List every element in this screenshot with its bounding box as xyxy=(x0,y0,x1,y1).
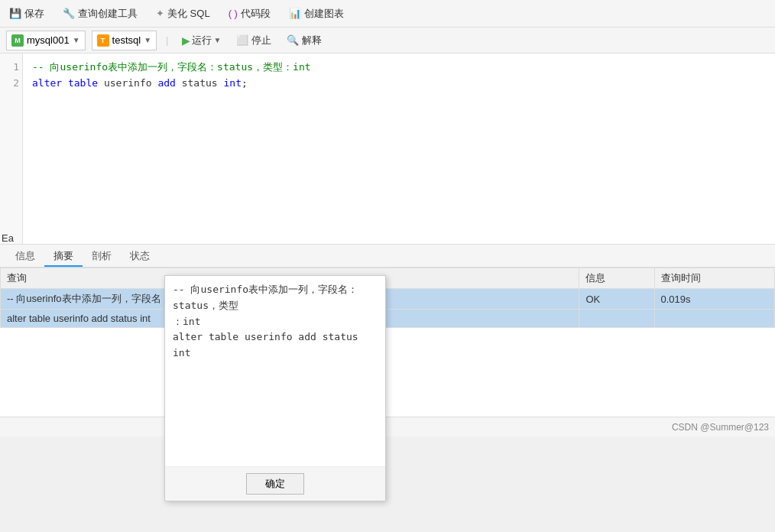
top-toolbar: 💾 保存 🔧 查询创建工具 ✦ 美化 SQL ( ) 代码段 📊 创建图表 xyxy=(0,0,775,28)
chart-label: 创建图表 xyxy=(304,7,344,21)
modal-line3: alter table userinfo add status int xyxy=(173,329,378,362)
tab-info[interactable]: 信息 xyxy=(6,245,44,267)
query-builder-label: 查询创建工具 xyxy=(78,7,138,21)
code-icon: ( ) xyxy=(229,8,238,19)
create-chart-button[interactable]: 📊 创建图表 xyxy=(286,5,347,22)
table-header-row: 查询 信息 查询时间 xyxy=(1,268,775,289)
modal-content[interactable]: -- 向userinfo表中添加一列，字段名：status，类型 ：int al… xyxy=(165,276,385,467)
stop-icon: ⬜ xyxy=(236,34,248,46)
col-info: 信息 xyxy=(579,268,654,289)
editor-area: 1 2 -- 向userinfo表中添加一列，字段名：status，类型：int… xyxy=(0,54,775,245)
run-label: 运行 xyxy=(192,34,212,47)
table-row[interactable]: alter table userinfo add status int xyxy=(1,310,775,328)
attribution-text: CSDN @Summer@123 xyxy=(672,422,769,433)
separator: | xyxy=(166,34,168,46)
modal-line1: -- 向userinfo表中添加一列，字段名：status，类型 xyxy=(173,282,378,314)
cell-time xyxy=(654,310,774,328)
stop-button[interactable]: ⬜ 停止 xyxy=(232,32,276,49)
modal-dialog[interactable]: -- 向userinfo表中添加一列，字段名：status，类型 ：int al… xyxy=(164,275,386,501)
stop-label: 停止 xyxy=(251,34,271,46)
modal-line2: ：int xyxy=(173,314,378,330)
chevron-down-icon: ▼ xyxy=(73,36,80,44)
second-toolbar: M mysql001 ▼ T testsql ▼ | ▶ 运行 ▼ ⬜ 停止 🔍… xyxy=(0,28,775,54)
col-time: 查询时间 xyxy=(654,268,774,289)
footer: CSDN @Summer@123 xyxy=(0,417,775,436)
table-select[interactable]: T testsql ▼ xyxy=(92,31,157,50)
beautify-sql-button[interactable]: ✦ 美化 SQL xyxy=(153,5,213,22)
run-dropdown-icon: ▼ xyxy=(213,36,221,44)
table-icon: T xyxy=(97,34,109,47)
tab-summary[interactable]: 摘要 xyxy=(44,245,83,267)
tab-profile[interactable]: 剖析 xyxy=(83,245,121,267)
result-tbody: -- 向userinfo表中添加一列，字段名：status，类型：intOK0.… xyxy=(1,289,775,328)
code-snippet-button[interactable]: ( ) 代码段 xyxy=(225,5,274,22)
result-tabs: 信息 摘要 剖析 状态 xyxy=(0,245,775,268)
table-row[interactable]: -- 向userinfo表中添加一列，字段名：status，类型：intOK0.… xyxy=(1,289,775,310)
db-icon: M xyxy=(11,34,24,47)
line-numbers: 1 2 xyxy=(0,54,23,244)
explain-label: 解释 xyxy=(302,34,322,46)
query-builder-button[interactable]: 🔧 查询创建工具 xyxy=(60,5,141,22)
tab-status[interactable]: 状态 xyxy=(121,245,159,267)
save-button[interactable]: 💾 保存 xyxy=(6,5,47,22)
save-icon: 💾 xyxy=(9,8,21,19)
cell-info: OK xyxy=(579,289,654,310)
explain-button[interactable]: 🔍 解释 xyxy=(282,32,326,49)
query-builder-icon: 🔧 xyxy=(63,8,75,19)
table-selector: T testsql ▼ xyxy=(92,31,157,50)
code-line-2: alter table userinfo add status int; xyxy=(32,76,766,92)
table-name: testsql xyxy=(112,34,141,46)
explain-icon: 🔍 xyxy=(287,34,299,46)
code-label: 代码段 xyxy=(241,7,271,21)
run-button[interactable]: ▶ 运行 ▼ xyxy=(177,32,225,49)
cell-time: 0.019s xyxy=(654,289,774,310)
beautify-label: 美化 SQL xyxy=(167,7,210,21)
result-table: 查询 信息 查询时间 -- 向userinfo表中添加一列，字段名：status… xyxy=(0,268,775,328)
left-side-label: Ea xyxy=(2,232,14,244)
result-area: 查询 信息 查询时间 -- 向userinfo表中添加一列，字段名：status… xyxy=(0,268,775,417)
modal-footer: 确定 xyxy=(165,467,385,501)
code-line-1: -- 向userinfo表中添加一列，字段名：status，类型：int xyxy=(32,60,766,76)
table-chevron-icon: ▼ xyxy=(144,36,151,44)
db-name: mysql001 xyxy=(27,34,70,46)
db-select[interactable]: M mysql001 ▼ xyxy=(6,31,86,50)
db-selector: M mysql001 ▼ xyxy=(6,31,86,50)
confirm-button[interactable]: 确定 xyxy=(246,473,304,495)
code-editor[interactable]: -- 向userinfo表中添加一列，字段名：status，类型：int alt… xyxy=(23,54,775,244)
run-icon: ▶ xyxy=(182,34,190,47)
cell-info xyxy=(579,310,654,328)
chart-icon: 📊 xyxy=(289,8,301,19)
save-label: 保存 xyxy=(24,7,44,21)
beautify-icon: ✦ xyxy=(156,8,164,19)
